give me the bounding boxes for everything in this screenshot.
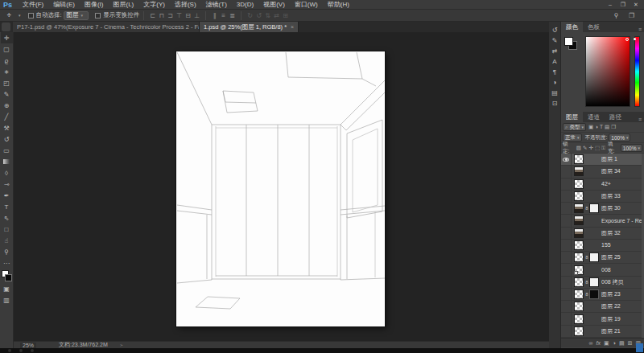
layer-name[interactable]: 008 拷贝 [601, 278, 624, 286]
lock-transparent-icon[interactable]: ▨ [576, 145, 581, 151]
align-right-icon[interactable]: ⊐ [166, 12, 175, 19]
layer-thumbnail[interactable] [574, 228, 584, 238]
3d-rotate-icon[interactable]: ↻ [246, 12, 254, 19]
foreground-background-swatches[interactable] [1, 270, 13, 283]
menu-item[interactable]: 图层(L) [108, 0, 138, 10]
tab-close-icon[interactable]: × [291, 24, 294, 30]
filter-adjustment-icon[interactable]: ◑ [595, 124, 598, 130]
taskbar-accent[interactable] [636, 343, 643, 352]
menu-item[interactable]: 选择(S) [170, 0, 201, 10]
distribute-h-icon[interactable]: ∥ [210, 12, 219, 19]
close-button[interactable]: ✕ [630, 1, 642, 9]
distribute-v-icon[interactable]: ≡ [219, 12, 228, 19]
visibility-toggle[interactable] [561, 313, 572, 324]
3d-slide-icon[interactable]: ⇄ [272, 12, 281, 19]
layer-row[interactable]: 8 008 拷贝 [561, 277, 644, 289]
lock-artboard-icon[interactable]: ⬚ [595, 145, 600, 151]
layer-name[interactable]: 图层 21 [601, 327, 621, 335]
lock-position-icon[interactable]: ✛ [588, 145, 592, 151]
layer-thumbnail[interactable] [574, 252, 584, 262]
3d-scale-icon[interactable]: ⊞ [281, 12, 290, 19]
layer-name[interactable]: Exposure 7 - Recently Use... [601, 218, 644, 224]
layer-name[interactable]: 图层 22 [601, 302, 621, 310]
align-center-h-icon[interactable]: ⊓ [157, 12, 166, 19]
filter-smart-object-icon[interactable]: ❐ [611, 124, 616, 130]
layer-thumbnail[interactable] [574, 314, 584, 324]
menu-item[interactable]: 编辑(E) [48, 0, 80, 10]
minimize-button[interactable]: – [605, 1, 616, 9]
document-tab[interactable]: P17-1.psd @ 47%(Exposure 7 - Cinema - Te… [13, 22, 200, 32]
layer-mask-thumbnail[interactable] [589, 277, 599, 287]
layer-mask-thumbnail[interactable] [589, 203, 599, 213]
visibility-toggle[interactable] [561, 277, 572, 288]
menu-item[interactable]: 图像(I) [80, 0, 109, 10]
workspace-switcher-icon[interactable]: ❐ [627, 12, 636, 19]
visibility-toggle[interactable] [561, 215, 572, 226]
layer-name[interactable]: 图层 19 [601, 315, 621, 323]
menu-item[interactable]: 3D(D) [232, 0, 258, 10]
3d-roll-icon[interactable]: ↺ [254, 12, 263, 19]
layer-row[interactable]: 8 图层 25 [561, 252, 644, 264]
eyedropper-tool[interactable]: ✎ [1, 88, 13, 100]
add-mask-icon[interactable]: ▣ [604, 340, 609, 347]
adjustment-layer-icon[interactable]: ◑ [613, 340, 616, 346]
move-tool[interactable]: ✛ [1, 32, 13, 43]
history-icon[interactable]: ↺ [550, 25, 560, 35]
crop-tool[interactable]: ◰ [1, 77, 13, 88]
layer-thumbnail[interactable] [574, 166, 584, 176]
layer-style-icon[interactable]: fx [597, 340, 601, 346]
visibility-toggle[interactable] [561, 166, 572, 177]
paragraph-icon[interactable]: ¶ [550, 67, 560, 77]
clone-source-icon[interactable]: ⊡ [550, 98, 560, 109]
pen-tool[interactable]: ✒ [1, 190, 13, 201]
healing-brush-tool[interactable]: ⊕ [1, 100, 13, 111]
link-layers-icon[interactable]: ∞ [589, 340, 593, 346]
marquee-tool[interactable]: ▢ [1, 43, 13, 55]
tool-preset-caret[interactable]: ▾ [19, 13, 21, 18]
layer-row[interactable]: 图层 1 [561, 154, 644, 166]
taskbar-icon[interactable] [31, 349, 34, 352]
auto-select-dropdown[interactable]: 图层▾ [64, 11, 89, 20]
layer-name[interactable]: 图层 23 [601, 290, 621, 298]
search-icon[interactable]: ⚲ [612, 12, 621, 19]
layer-name[interactable]: 图层 34 [601, 167, 621, 175]
layer-name[interactable]: 图层 33 [601, 192, 621, 200]
layer-name[interactable]: 42+ [601, 181, 611, 187]
foreground-color-mini[interactable] [564, 37, 573, 46]
layer-thumbnail[interactable] [574, 179, 584, 189]
layer-thumbnail[interactable] [574, 326, 584, 336]
panel-tab[interactable]: 色板 [583, 22, 605, 32]
layer-row[interactable]: 图层 33 [561, 191, 644, 203]
panel-tab[interactable]: 通道 [583, 112, 605, 122]
menu-item[interactable]: 视图(V) [258, 0, 290, 10]
layer-row[interactable]: Exposure 7 - Recently Use... [561, 215, 644, 227]
visibility-toggle[interactable] [561, 301, 572, 312]
visibility-toggle[interactable] [561, 179, 572, 190]
layer-row[interactable]: 图层 21 [561, 326, 644, 338]
menu-item[interactable]: 帮助(H) [323, 0, 354, 10]
fill-dropdown[interactable]: 100%▾ [621, 144, 642, 152]
menu-item[interactable]: 文件(F) [18, 0, 48, 10]
adjustments-icon[interactable]: ◑ [550, 77, 560, 88]
show-transform-checkbox[interactable] [95, 13, 101, 18]
zoom-level-field[interactable]: 25% [20, 343, 36, 348]
align-bottom-icon[interactable]: ⊥ [192, 12, 201, 19]
layer-thumbnail[interactable] [574, 215, 584, 225]
hue-slider[interactable] [634, 36, 640, 107]
filter-type-icon[interactable]: T [600, 124, 603, 130]
lock-pixels-icon[interactable]: ✎ [583, 145, 587, 151]
visibility-toggle[interactable] [561, 252, 572, 263]
layer-mask-thumbnail[interactable] [589, 252, 599, 262]
visibility-toggle[interactable] [561, 203, 572, 214]
quick-selection-tool[interactable]: ∗ [1, 66, 13, 77]
restore-button[interactable]: ❐ [617, 1, 629, 9]
path-selection-tool[interactable]: ⇖ [1, 212, 13, 224]
align-center-v-icon[interactable]: ⊟ [184, 12, 192, 19]
taskbar-icon[interactable] [19, 349, 23, 352]
layer-name[interactable]: 图层 30 [601, 204, 621, 212]
visibility-toggle[interactable] [561, 289, 572, 300]
document-tab[interactable]: 1.psd @ 25%(图层 1, RGB/8) * × [200, 22, 299, 32]
layer-thumbnail[interactable] [574, 277, 584, 287]
layer-thumbnail[interactable] [574, 240, 584, 250]
layer-row[interactable]: 图层 32 [561, 228, 644, 240]
